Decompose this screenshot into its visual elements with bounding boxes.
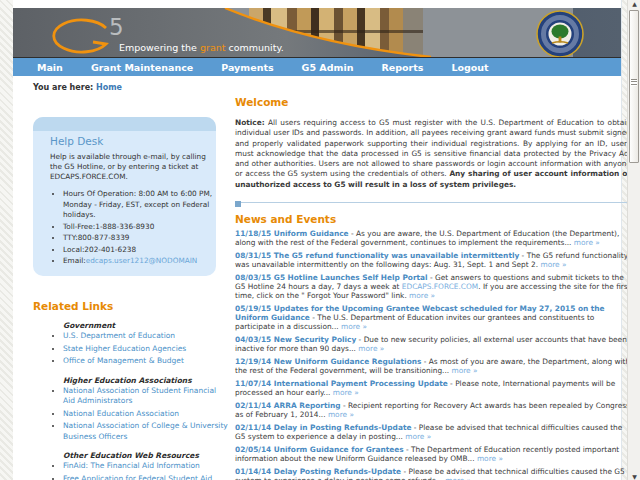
list-item: U.S. Department of Education (63, 331, 229, 342)
scroll-down-icon[interactable]: ▼ (628, 473, 640, 480)
news-and-events-title: News and Events (235, 213, 631, 225)
news-item: 01/14/14 Delay Posting Refunds-Update - … (235, 467, 631, 480)
more-link[interactable]: more » (451, 366, 477, 375)
news-item-link[interactable]: 04/03/15 New Security Policy (235, 335, 356, 344)
news-item: 02/11/14 Delay in Posting Refunds-Update… (235, 423, 631, 441)
news-item-link[interactable]: 12/19/14 New Uniform Guidance Regulation… (235, 357, 421, 366)
help-desk-tollfree: Toll-Free:1-888-336-8930 (63, 222, 216, 233)
scrollbar-grip-icon (631, 79, 637, 86)
breadcrumb-prefix: You are here: (33, 83, 96, 92)
more-link[interactable]: more » (540, 260, 566, 269)
more-link[interactable]: more » (333, 388, 359, 397)
news-item-link[interactable]: 08/03/15 G5 Hotline Launches Self Help P… (235, 273, 428, 282)
news-item: 04/03/15 New Security Policy - Due to ne… (235, 335, 631, 353)
help-desk-local: Local:202-401-6238 (63, 245, 216, 256)
related-links-title: Related Links (33, 300, 229, 312)
list-item: National Education Association (63, 409, 229, 420)
more-link[interactable]: more » (445, 476, 471, 480)
welcome-title: Welcome (235, 96, 631, 108)
logo-number: 5 (109, 14, 124, 40)
related-link[interactable]: National Education Association (63, 409, 179, 418)
related-link[interactable]: FinAid: The Financial Aid Information (63, 461, 200, 470)
more-link[interactable]: more » (477, 454, 503, 463)
news-item: 11/18/15 Uniform Guidance - As you are a… (235, 229, 631, 247)
nav-item-grant-maintenance[interactable]: Grant Maintenance (91, 62, 193, 73)
more-link[interactable]: more » (574, 238, 600, 247)
news-item: 08/31/15 The G5 refund functionality was… (235, 251, 631, 269)
help-desk-title: Help Desk (33, 131, 216, 152)
dept-of-education-seal-icon (537, 11, 583, 57)
related-link[interactable]: National Association of College & Univer… (63, 421, 228, 441)
more-link[interactable]: more » (358, 344, 384, 353)
scroll-up-icon[interactable]: ▲ (628, 0, 640, 8)
list-item: State Higher Education Agencies (63, 344, 229, 355)
news-item-link[interactable]: 11/07/14 International Payment Processin… (235, 379, 448, 388)
nav-item-logout[interactable]: Logout (451, 62, 488, 73)
more-link[interactable]: more » (405, 432, 431, 441)
government-links: U.S. Department of Education State Highe… (33, 331, 229, 367)
news-item-link[interactable]: 08/31/15 The G5 refund functionality was… (235, 251, 519, 260)
help-desk-header-band (33, 117, 216, 131)
divider-line (241, 202, 629, 203)
related-link[interactable]: U.S. Department of Education (63, 331, 175, 340)
help-desk-list: Hours Of Operation: 8:00 AM to 6:00 PM, … (33, 189, 216, 267)
help-desk-intro: Help is available through e-mail, by cal… (33, 152, 216, 184)
breadcrumb: You are here: Home (33, 83, 122, 92)
higher-ed-links: National Association of Student Financia… (33, 386, 229, 443)
edcaps-force-link[interactable]: EDCAPS.FORCE.COM (402, 282, 478, 291)
news-item-link[interactable]: 02/05/14 Uniform Guidance for Grantees (235, 445, 404, 454)
related-link[interactable]: State Higher Education Agencies (63, 344, 186, 353)
list-item: National Association of College & Univer… (63, 421, 229, 442)
header-banner: 5 Empowering the grant community. (13, 8, 621, 57)
main-content: Welcome Notice: All users requiring acce… (235, 96, 631, 480)
related-links-panel: Related Links Government U.S. Department… (33, 300, 229, 480)
help-desk-panel: Help Desk Help is available through e-ma… (33, 117, 216, 276)
news-item: 05/19/15 Updates for the Upcoming Grante… (235, 304, 631, 331)
help-desk-hours: Hours Of Operation: 8:00 AM to 6:00 PM, … (63, 189, 216, 221)
scrollbar-thumb[interactable] (629, 10, 639, 163)
news-item-link[interactable]: 01/14/14 Delay Posting Refunds-Update (235, 467, 401, 476)
vertical-scrollbar[interactable]: ▲ ▼ (627, 0, 640, 480)
email-link[interactable]: edcaps.user1212@NODOMAIN (86, 256, 198, 265)
news-item: 08/03/15 G5 Hotline Launches Self Help P… (235, 273, 631, 300)
page-container: 5 Empowering the grant community. Main G… (13, 0, 622, 480)
other-resources-links: FinAid: The Financial Aid Information Fr… (33, 461, 229, 480)
list-item: Free Application for Federal Student Aid (63, 474, 229, 480)
related-link[interactable]: Free Application for Federal Student Aid (63, 474, 212, 480)
news-item: 02/05/14 Uniform Guidance for Grantees -… (235, 445, 631, 463)
news-item-link[interactable]: 11/18/15 Uniform Guidance (235, 229, 349, 238)
header-photo: 5 Empowering the grant community. (13, 8, 621, 57)
related-link[interactable]: Office of Management & Budget (63, 356, 184, 365)
more-link[interactable]: more » (409, 291, 435, 300)
notice-label: Notice: (235, 118, 265, 127)
nav-item-reports[interactable]: Reports (381, 62, 423, 73)
help-desk-email-row: Email:edcaps.user1212@NODOMAIN (63, 256, 216, 267)
breadcrumb-home-link[interactable]: Home (96, 83, 122, 92)
more-link[interactable]: more » (341, 322, 367, 331)
help-desk-tty: TTY:800-877-8339 (63, 233, 216, 244)
list-item: National Association of Student Financia… (63, 386, 229, 407)
nav-item-payments[interactable]: Payments (221, 62, 273, 73)
section-divider (235, 201, 631, 208)
news-item: 02/11/14 ARRA Reporting - Recipient repo… (235, 401, 631, 419)
news-item-link[interactable]: 02/11/14 ARRA Reporting (235, 401, 341, 410)
group-heading-other-resources: Other Education Web Resources (63, 451, 229, 460)
nav-item-main[interactable]: Main (37, 62, 63, 73)
nav-item-g5-admin[interactable]: G5 Admin (302, 62, 354, 73)
list-item: FinAid: The Financial Aid Information (63, 461, 229, 472)
news-item: 12/19/14 New Uniform Guidance Regulation… (235, 357, 631, 375)
main-navbar: Main Grant Maintenance Payments G5 Admin… (13, 57, 621, 76)
more-link[interactable]: more » (328, 410, 354, 419)
news-item: 11/07/14 International Payment Processin… (235, 379, 631, 397)
group-heading-higher-ed: Higher Education Associations (63, 376, 229, 385)
list-item: Office of Management & Budget (63, 356, 229, 367)
tagline: Empowering the grant community. (119, 42, 284, 53)
related-link[interactable]: National Association of Student Financia… (63, 386, 216, 406)
notice-paragraph: Notice: All users requiring access to G5… (235, 118, 631, 190)
news-item-link[interactable]: 02/11/14 Delay in Posting Refunds-Update (235, 423, 411, 432)
group-heading-government: Government (63, 321, 229, 330)
email-label: Email: (63, 256, 86, 265)
